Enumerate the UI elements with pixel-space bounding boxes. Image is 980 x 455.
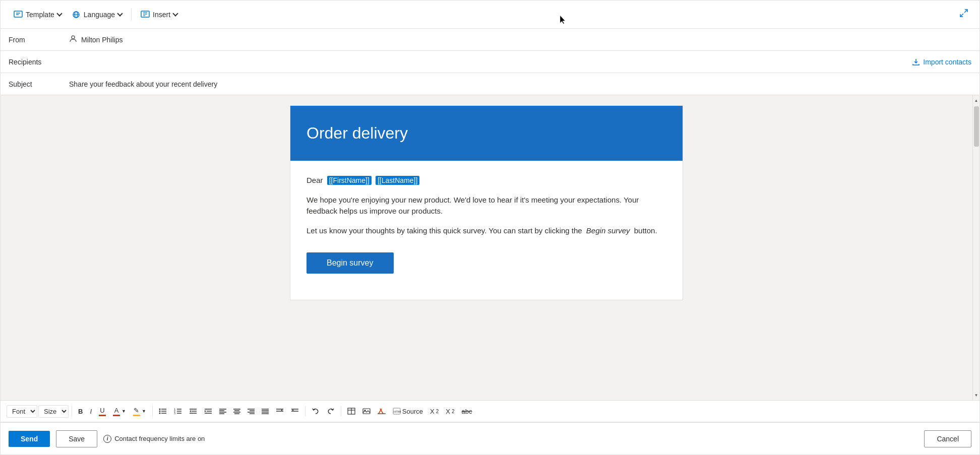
email-body2: Let us know your thoughts by taking this… [307, 225, 666, 237]
scrollbar-down-arrow[interactable]: ▼ [973, 390, 980, 400]
import-contacts-button[interactable]: Import contacts [912, 58, 971, 66]
size-select[interactable]: Size [38, 405, 69, 418]
subject-value: Share your feedback about your recent de… [69, 80, 971, 88]
email-body1: We hope you're enjoying your new product… [307, 194, 666, 217]
align-center-button[interactable] [230, 406, 243, 416]
align-center-icon [233, 408, 240, 414]
recipients-text-input[interactable] [69, 58, 912, 66]
svg-marker-29 [190, 410, 191, 412]
send-button[interactable]: Send [9, 431, 50, 447]
font-color-button[interactable]: A ▼ [110, 405, 129, 418]
numbered-list-button[interactable]: 1. 2. 3. [171, 406, 185, 417]
email-header: Order delivery [290, 106, 683, 161]
bullet-list-icon [159, 408, 167, 415]
align-right-icon [248, 408, 255, 414]
bullet-list-button[interactable] [156, 406, 170, 417]
bottom-bar: Send Save i Contact frequency limits are… [1, 422, 979, 454]
expand-icon [959, 9, 968, 18]
save-button[interactable]: Save [56, 430, 97, 447]
lastname-tag: [[LastName]] [376, 176, 419, 185]
fmt-sep-4 [341, 406, 341, 416]
font-select[interactable]: Font [7, 405, 37, 418]
fmt-sep-3 [305, 406, 305, 416]
language-chevron-icon [117, 11, 122, 16]
subject-row: Subject Share your feedback about your r… [1, 73, 979, 95]
compose-window: Template Language Insert [0, 0, 980, 455]
fmt-sep-1 [72, 406, 72, 416]
rtl-ltr-button[interactable] [273, 406, 287, 417]
justify-button[interactable] [259, 406, 272, 416]
rtl-icon [276, 408, 284, 415]
insert-table-icon [347, 408, 355, 415]
insert-image-button[interactable] [359, 406, 374, 417]
expand-button[interactable] [956, 6, 971, 23]
insert-icon [141, 11, 150, 19]
decrease-indent-icon [189, 408, 197, 415]
email-greeting: Dear [[FirstName]] [[LastName]] [307, 175, 666, 186]
svg-marker-55 [292, 410, 293, 411]
font-color-icon: A [113, 407, 120, 416]
remove-format-icon [378, 408, 386, 415]
underline-color-icon: U [99, 407, 106, 416]
begin-survey-button[interactable]: Begin survey [307, 252, 394, 274]
subscript-button[interactable]: X2 [443, 406, 457, 417]
from-label: From [9, 36, 69, 44]
increase-indent-button[interactable] [201, 406, 215, 417]
format-toolbar: Font Size B I U A ▼ ✎ ▼ [1, 400, 979, 422]
email-content-area: Dear [[FirstName]] [[LastName]] We hope … [290, 161, 683, 300]
align-left-button[interactable] [216, 406, 229, 416]
fmt-sep-2 [152, 406, 153, 416]
language-button[interactable]: Language [67, 8, 127, 22]
strikethrough-button[interactable]: abc [459, 406, 475, 417]
highlight-dropdown: ▼ [142, 409, 146, 414]
svg-text:3.: 3. [174, 412, 176, 415]
cursor-arrow-icon [558, 15, 568, 25]
svg-point-14 [159, 409, 160, 410]
content-area: Order delivery Dear [[FirstName]] [[Last… [1, 95, 979, 400]
html-icon: HTML [393, 408, 401, 415]
firstname-tag: [[FirstName]] [327, 176, 372, 185]
svg-line-12 [960, 14, 963, 17]
language-icon [72, 11, 81, 19]
underline-button[interactable]: U [96, 405, 109, 418]
email-template: Order delivery Dear [[FirstName]] [[Last… [290, 105, 683, 300]
recipients-input[interactable] [69, 58, 912, 66]
from-row: From Milton Philips [1, 29, 979, 51]
frequency-notice: i Contact frequency limits are on [103, 435, 205, 443]
underline-bar [99, 415, 106, 416]
italic-button[interactable]: I [87, 406, 95, 417]
cancel-button[interactable]: Cancel [924, 430, 971, 447]
svg-rect-59 [363, 409, 370, 414]
undo-button[interactable] [309, 406, 323, 417]
scrollbar-up-arrow[interactable]: ▲ [973, 95, 980, 105]
from-value: Milton Philips [69, 35, 971, 44]
recipients-label: Recipients [9, 58, 69, 66]
bold-button[interactable]: B [75, 406, 86, 417]
template-button[interactable]: Template [9, 8, 67, 22]
remove-format-button[interactable] [375, 406, 389, 417]
superscript-button[interactable]: X2 [427, 406, 442, 417]
email-header-title: Order delivery [307, 124, 666, 143]
highlight-icon: ✎ [133, 407, 140, 416]
insert-button[interactable]: Insert [136, 8, 182, 22]
svg-point-16 [159, 411, 160, 412]
begin-survey-container: Begin survey [307, 244, 666, 286]
highlight-button[interactable]: ✎ ▼ [130, 405, 149, 418]
user-icon [69, 35, 77, 44]
insert-chevron-icon [172, 11, 178, 16]
insert-table-button[interactable] [344, 406, 358, 417]
align-right-button[interactable] [244, 406, 258, 416]
insert-image-icon [362, 408, 371, 415]
toolbar-separator [131, 9, 132, 21]
redo-button[interactable] [324, 406, 338, 417]
decrease-indent-button[interactable] [186, 406, 200, 417]
align-left-icon [219, 408, 226, 414]
email-body[interactable]: Order delivery Dear [[FirstName]] [[Last… [1, 95, 972, 400]
redo-icon [327, 408, 335, 415]
font-color-dropdown: ▼ [121, 409, 126, 414]
html-source-button[interactable]: HTML Source [390, 406, 426, 417]
ltr-button[interactable] [288, 406, 302, 417]
scrollbar-thumb[interactable] [974, 106, 979, 147]
template-icon [14, 11, 23, 19]
info-icon: i [103, 435, 111, 443]
